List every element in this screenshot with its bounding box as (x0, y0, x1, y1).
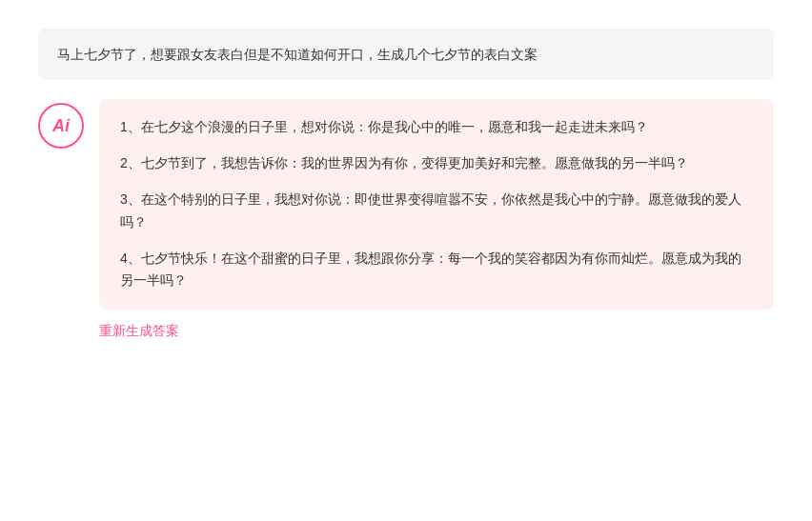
page-container: 马上七夕节了，想要跟女友表白但是不知道如何开口，生成几个七夕节的表白文案 Ai … (0, 0, 812, 521)
response-item-4: 4、七夕节快乐！在这个甜蜜的日子里，我想跟你分享：每一个我的笑容都因为有你而灿烂… (120, 248, 753, 293)
avatar: Ai (38, 103, 84, 149)
response-item-2: 2、七夕节到了，我想告诉你：我的世界因为有你，变得更加美好和完整。愿意做我的另一… (120, 152, 753, 175)
user-question-text: 马上七夕节了，想要跟女友表白但是不知道如何开口，生成几个七夕节的表白文案 (57, 47, 538, 62)
ai-avatar-label: Ai (52, 116, 70, 136)
response-item-1: 1、在七夕这个浪漫的日子里，想对你说：你是我心中的唯一，愿意和我一起走进未来吗？ (120, 116, 753, 139)
response-item-3: 3、在这个特别的日子里，我想对你说：即使世界变得喧嚣不安，你依然是我心中的宁静。… (120, 189, 753, 234)
user-question-box: 马上七夕节了，想要跟女友表白但是不知道如何开口，生成几个七夕节的表白文案 (38, 29, 774, 80)
ai-response-box: 1、在七夕这个浪漫的日子里，想对你说：你是我心中的唯一，愿意和我一起走进未来吗？… (99, 99, 774, 310)
regenerate-button[interactable]: 重新生成答案 (99, 323, 774, 340)
ai-response-row: Ai 1、在七夕这个浪漫的日子里，想对你说：你是我心中的唯一，愿意和我一起走进未… (38, 99, 774, 340)
ai-response-content: 1、在七夕这个浪漫的日子里，想对你说：你是我心中的唯一，愿意和我一起走进未来吗？… (99, 99, 774, 340)
